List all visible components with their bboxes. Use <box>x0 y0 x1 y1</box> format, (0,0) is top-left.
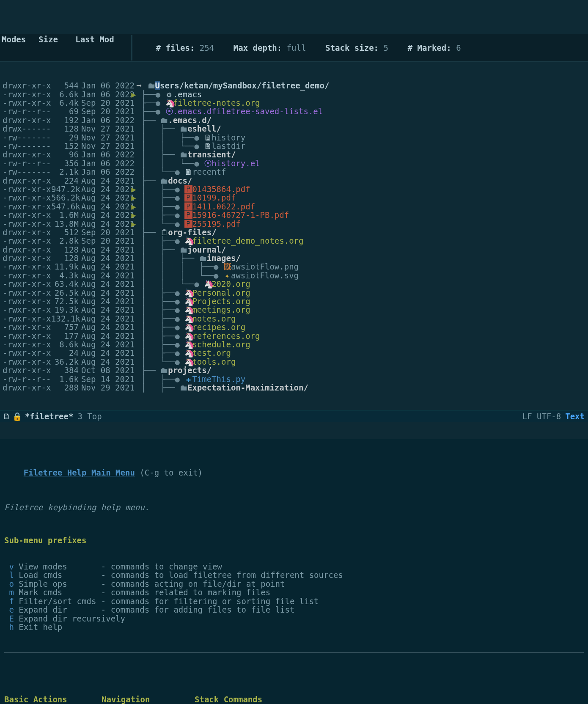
help-title[interactable]: Filetree Help Main Menu <box>24 468 135 477</box>
file-name[interactable]: history.el <box>212 159 260 168</box>
tree-row[interactable]: -rwxr-xr-x2.8kSep 20 2021 │ ├──● 🦄 filet… <box>0 236 588 245</box>
file-name[interactable]: org-files/ <box>168 228 216 236</box>
tree-row[interactable]: drwxr-xr-x192Jan 06 2022 ├── 🖿 .emacs.d/ <box>0 116 588 124</box>
tree-row[interactable]: -rwxr-xr-x757Aug 24 2021 │ ├──● 🦄 recipe… <box>0 323 588 331</box>
file-name[interactable]: .emacs.d/ <box>168 116 212 124</box>
file-name[interactable]: meetings.org <box>192 305 250 314</box>
file-name[interactable]: 1411.0622.pdf <box>192 202 255 211</box>
tree-row[interactable]: -rw-r--r--1.6kSep 14 2021 │ ├──● ✚ TimeT… <box>0 374 588 383</box>
file-date: Jan 06 2022 <box>79 159 131 168</box>
file-name[interactable]: Projects.org <box>192 297 250 305</box>
tree-row[interactable]: -rwxr-xr-x947.2kAug 24 2021▶ │ ├──● 🅿 01… <box>0 185 588 193</box>
file-name[interactable]: notes.org <box>192 314 236 323</box>
file-size: 36.2k <box>51 358 79 366</box>
folder-icon: 🖿 <box>160 116 168 124</box>
tree-row[interactable]: -rw-------2.1kJan 06 2022 │ └──● 🗎 recen… <box>0 168 588 176</box>
file-name[interactable]: filetree_demo_notes.org <box>192 236 303 245</box>
tree-row[interactable]: -rwxr-xr-x63.4kAug 24 2021 │ │ └──● 🦄 20… <box>0 280 588 288</box>
file-name[interactable]: 01435864.pdf <box>192 185 250 193</box>
file-name[interactable]: 15916-46727-1-PB.pdf <box>192 211 289 219</box>
tree-row[interactable]: -rwxr-xr-x8.6kAug 24 2021 │ ├──● 🦄 sched… <box>0 340 588 349</box>
tree-row[interactable]: -rw-r--r--356Jan 06 2022 │ │ └──● ⦿ hist… <box>0 159 588 168</box>
tree-row[interactable]: drwxr-xr-x96Jan 06 2022 │ ├── 🖿 transien… <box>0 150 588 159</box>
file-name[interactable]: images/ <box>207 254 241 262</box>
file-name[interactable]: 10199.pdf <box>192 193 236 202</box>
file-name[interactable]: awsiotFlow.svg <box>231 271 299 280</box>
file-modes: -rwxr-xr-x <box>3 271 51 280</box>
file-name[interactable]: awsiotFlow.png <box>231 262 299 271</box>
help-hint: (C-g to exit) <box>140 468 203 477</box>
file-name[interactable]: references.org <box>192 332 260 340</box>
tree-row[interactable]: -rwxr-xr-x132.1kAug 24 2021 │ ├──● 🦄 not… <box>0 314 588 323</box>
tree-row[interactable]: -rw-------29Nov 27 2021 │ │ ├──● 🗎 histo… <box>0 133 588 141</box>
key-binding[interactable]: h <box>4 622 14 632</box>
file-name[interactable]: docs/ <box>168 176 192 185</box>
file-name[interactable]: eshell/ <box>187 124 221 133</box>
file-modes: -rwxr-xr-x <box>3 280 51 288</box>
tree-row[interactable]: -rw-------152Nov 27 2021 │ │ └──● 🗎 last… <box>0 142 588 150</box>
tree-row[interactable]: -rwxr-xr-x24Aug 24 2021 │ ├──● 🦄 test.or… <box>0 349 588 357</box>
file-tree[interactable]: drwxr-xr-x544Jan 06 2022 ➡ 🖿 Users/ketan… <box>0 79 588 392</box>
tree-row[interactable]: -rwxr-xr-x566.2kAug 24 2021▶ │ ├──● 🅿 10… <box>0 193 588 202</box>
tree-row[interactable]: drwxr-xr-x128Aug 24 2021 │ ├── 🖿 journal… <box>0 245 588 254</box>
tree-row[interactable]: drwxr-xr-x544Jan 06 2022 ➡ 🖿 Users/ketan… <box>0 81 588 90</box>
key-binding[interactable]: f <box>4 597 14 606</box>
tree-row[interactable]: -rwxr-xr-x6.4kSep 20 2021 ├──● 🦄 filetre… <box>0 99 588 107</box>
tree-row[interactable]: -rwxr-xr-x4.3kAug 24 2021 │ │ │ └──● ✦ a… <box>0 271 588 280</box>
tree-row[interactable]: -rwxr-xr-x6.6kJan 06 2022▶ ├──● ⚙ .emacs <box>0 90 588 99</box>
mark-indicator: ▶ <box>131 185 136 193</box>
tree-row[interactable]: -rwxr-xr-x177Aug 24 2021 │ ├──● 🦄 refere… <box>0 331 588 340</box>
file-name[interactable]: Personal.org <box>192 289 250 297</box>
tree-row[interactable]: -rwxr-xr-x547.6kAug 24 2021▶ │ ├──● 🅿 14… <box>0 202 588 211</box>
tree-row[interactable]: drwx------128Nov 27 2021 │ ├── 🖿 eshell/ <box>0 124 588 133</box>
tree-row[interactable]: drwxr-xr-x384Oct 08 2021 ├── 🖿 projects/ <box>0 366 588 374</box>
file-name[interactable]: projects/ <box>168 366 212 374</box>
file-name[interactable]: transient/ <box>187 150 236 159</box>
file-date: Aug 24 2021 <box>79 314 131 323</box>
tree-row[interactable]: -rwxr-xr-x72.5kAug 24 2021 │ ├──● 🦄 Proj… <box>0 297 588 305</box>
mark-indicator <box>131 107 136 116</box>
file-date: Nov 27 2021 <box>79 142 131 150</box>
tree-row[interactable]: -rwxr-xr-x19.3kAug 24 2021 │ ├──● 🦄 meet… <box>0 305 588 314</box>
file-name[interactable]: lastdir <box>212 142 245 150</box>
tree-row[interactable]: drwxr-xr-x128Aug 24 2021 │ │ ├── 🖿 image… <box>0 254 588 262</box>
file-name[interactable]: 2020.org <box>212 280 250 288</box>
org-icon: 🦄 <box>184 314 192 323</box>
file-name[interactable]: tools.org <box>192 358 236 366</box>
file-name[interactable]: schedule.org <box>192 340 250 349</box>
file-date: Aug 24 2021 <box>79 305 131 314</box>
file-name[interactable]: TimeThis.py <box>192 375 245 383</box>
file-name[interactable]: filetree-notes.org <box>173 99 260 107</box>
file-modes: -rw------- <box>3 168 51 176</box>
key-binding[interactable]: e <box>4 605 14 614</box>
tree-row[interactable]: -rwxr-xr-x36.2kAug 24 2021 │ └──● 🦄 tool… <box>0 358 588 366</box>
key-binding[interactable]: E <box>4 614 14 623</box>
tree-row[interactable]: drwxr-xr-x512Sep 20 2021 ├── 🗒 org-files… <box>0 228 588 236</box>
key-binding[interactable]: m <box>4 588 14 597</box>
key-description: Filter/sort cmds - commands for filterin… <box>19 597 319 606</box>
file-name[interactable]: recentf <box>192 168 226 176</box>
key-binding[interactable]: o <box>4 579 14 588</box>
col-size-header: Size <box>31 35 65 60</box>
file-name[interactable]: .emacs.dfiletree-saved-lists.el <box>173 107 323 116</box>
file-name[interactable]: .emacs <box>173 90 202 99</box>
file-name[interactable]: journal/ <box>187 245 226 254</box>
tree-row[interactable]: -rwxr-xr-x13.8MAug 24 2021▶ │ └──● 🅿 255… <box>0 219 588 228</box>
file-name[interactable]: Expectation-Maximization/ <box>187 383 308 392</box>
mark-indicator <box>131 168 136 176</box>
tree-row[interactable]: -rwxr-xr-x26.5kAug 24 2021 │ ├──● 🦄 Pers… <box>0 289 588 297</box>
file-name[interactable]: recipes.org <box>192 323 245 331</box>
file-date: Jan 06 2022 <box>79 116 131 124</box>
file-name[interactable]: 255195.pdf <box>192 220 240 228</box>
file-name[interactable]: test.org <box>192 349 231 357</box>
tree-row[interactable]: drwxr-xr-x224Aug 24 2021 ├── 🖿 docs/ <box>0 176 588 184</box>
tree-row[interactable]: drwxr-xr-x288Nov 29 2021 │ ├── 🖿 Expecta… <box>0 383 588 392</box>
tree-row[interactable]: -rw-r--r--69Sep 20 2021 ├──● ⦿ .emacs.df… <box>0 107 588 116</box>
pdf-icon: 🅿 <box>184 220 192 228</box>
tree-row[interactable]: -rwxr-xr-x1.6MAug 24 2021▶ │ ├──● 🅿 1591… <box>0 211 588 219</box>
tree-row[interactable]: -rwxr-xr-x11.9kAug 24 2021 │ │ │ ├──● 🖼 … <box>0 262 588 271</box>
file-name[interactable]: history <box>212 133 245 142</box>
key-binding[interactable]: v <box>4 562 14 571</box>
file-date: Nov 27 2021 <box>79 133 131 142</box>
key-binding[interactable]: l <box>4 570 14 580</box>
